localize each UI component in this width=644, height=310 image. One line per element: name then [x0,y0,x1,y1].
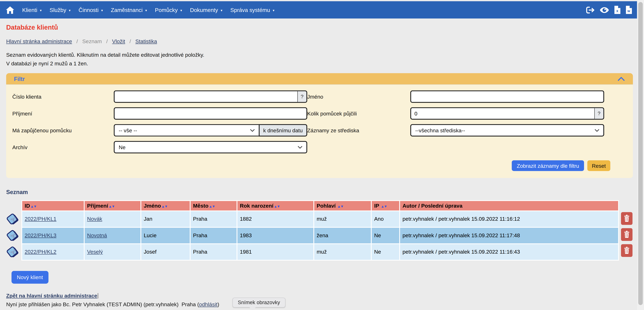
sort-icons[interactable]: ▲▼ [337,204,344,208]
new-client-button[interactable]: Nový klient [12,271,48,283]
intro-line-2: V databázi je nyní 2 mužů a 1 žen. [6,59,633,68]
filter-panel-header[interactable]: Filtr [6,73,633,85]
main-navbar: Klienti ▼ Služby ▼ Činnosti ▼ Zaměstnanc… [0,1,637,19]
nav-item-cinnosti[interactable]: Činnosti ▼ [75,7,107,13]
client-id-link[interactable]: 2022/PH/KL1 [25,216,56,222]
back-to-admin-link[interactable]: Zpět na hlavní stránku administrace [6,292,97,299]
chevron-down-icon: ▼ [220,9,223,12]
delete-row-button[interactable] [621,244,632,257]
client-id-link[interactable]: 2022/PH/KL2 [25,249,56,255]
table-row: 2022/PH/KL1 Novák Jan Praha 1882 muž Ano… [22,211,618,227]
nav-label: Služby [50,7,66,13]
prijmeni-input[interactable] [114,107,307,120]
kolik-pomucek-help-button[interactable]: ? [594,108,603,119]
app-window: Klienti ▼ Služby ▼ Činnosti ▼ Zaměstnanc… [0,0,644,310]
screenshot-tooltip: Snímek obrazovky [232,297,285,307]
sort-icons[interactable]: ▲▼ [108,204,115,208]
breadcrumb-separator: / [130,38,131,45]
breadcrumb-separator: / [106,38,108,45]
word-file-icon[interactable]: w [626,6,632,14]
sort-icons[interactable]: ▲▼ [274,204,280,208]
navbar-actions: x w [586,6,632,14]
tooltip-tail [249,307,256,310]
nav-label: Správa systému [230,7,270,13]
breadcrumb-link-vlozit[interactable]: Vložit [112,38,125,45]
sort-icons[interactable]: ▲▼ [381,204,387,208]
open-detail-button[interactable]: ☜ [6,212,19,225]
excel-file-icon[interactable]: x [614,6,621,14]
sort-icons[interactable]: ▲▼ [209,204,215,208]
archiv-selected-value: Ne [119,144,126,150]
vertical-scrollbar[interactable] [637,0,644,310]
cell-ip: Ne [372,228,399,243]
client-surname-link[interactable]: Novotná [87,232,107,238]
column-header-id[interactable]: ID▲▼ [22,201,84,210]
jmeno-input[interactable] [410,90,604,103]
chevron-down-icon: ▼ [145,9,148,12]
prijmeni-label: Příjmení [12,110,114,117]
cell-autor: petr.vyhnalek / petr.vyhnalek 15.09.2022… [400,211,618,227]
breadcrumb: Hlavní stránka administrace / Seznam / V… [6,38,633,45]
delete-row-button[interactable] [621,228,632,241]
cell-jmeno: Jan [141,211,190,227]
window-top-strip [0,0,644,1]
archiv-select[interactable]: Ne [114,141,307,153]
sort-icons[interactable]: ▲▼ [161,204,168,208]
column-header-ip[interactable]: IP▲▼ [372,201,399,210]
trash-icon [624,247,630,254]
column-header-mesto[interactable]: Město▲▼ [190,201,236,210]
table-row: 2022/PH/KL3 Novotná Lucie Praha 1983 žen… [22,228,618,243]
eye-icon[interactable] [600,7,609,13]
delete-buttons-column [621,200,632,257]
apply-filter-button[interactable]: Zobrazit záznamy dle filtru [512,160,584,171]
k-dnesnimu-datu-button[interactable]: k dnešnímu datu [259,124,307,136]
session-validity: [Platnost přihlášení na této stránce je … [6,309,633,310]
cell-autor: petr.vyhnalek / petr.vyhnalek 15.09.2022… [400,244,618,260]
reset-filter-button[interactable]: Reset [587,160,610,171]
stredisko-selected-value: --všechna střediska-- [415,127,465,133]
ma-pomucku-selected-value: -- vše -- [119,127,137,133]
open-detail-button[interactable]: ☜ [6,245,19,258]
column-header-jmeno[interactable]: Jméno▲▼ [141,201,190,210]
nav-item-zamestnanci[interactable]: Zaměstnanci ▼ [107,7,151,13]
nav-label: Pomůcky [155,7,178,13]
stredisko-select[interactable]: --všechna střediska-- [410,124,604,136]
scrollbar-thumb[interactable] [638,2,643,305]
intro-text: Seznam evidovaných klientů. Kliknutím na… [6,51,633,68]
cislo-klienta-label: Číslo klienta [12,94,114,100]
nav-item-sprava-systemu[interactable]: Správa systému ▼ [227,7,279,13]
svg-text:x: x [616,9,618,13]
cislo-klienta-input[interactable] [114,90,307,103]
nav-item-dokumenty[interactable]: Dokumenty ▼ [186,7,227,13]
nav-item-pomucky[interactable]: Pomůcky ▼ [151,7,186,13]
logout-link[interactable]: odhlásit [199,301,218,307]
nav-item-sluzby[interactable]: Služby ▼ [46,7,75,13]
column-header-prijmeni[interactable]: Příjmení▲▼ [85,201,140,210]
column-header-rok[interactable]: Rok narození▲▼ [237,201,313,210]
home-button[interactable] [6,6,14,14]
breadcrumb-link-statistika[interactable]: Statistika [135,38,157,45]
client-id-link[interactable]: 2022/PH/KL3 [25,232,56,238]
sort-icons[interactable]: ▲▼ [30,204,36,208]
cell-rok: 1882 [237,211,313,227]
column-header-pohlavi[interactable]: Pohlaví▲▼ [314,201,371,210]
filter-title: Filtr [14,76,25,82]
kolik-pomucek-input[interactable] [410,107,604,120]
delete-row-button[interactable] [621,212,632,225]
cell-jmeno: Lucie [141,228,190,243]
client-surname-link[interactable]: Novák [87,216,102,222]
nav-label: Zaměstnanci [111,7,142,13]
page-title: Databáze klientů [6,24,633,31]
nav-item-klienti[interactable]: Klienti ▼ [18,7,46,13]
breadcrumb-link-admin-home[interactable]: Hlavní stránka administrace [6,38,72,45]
cislo-klienta-help-button[interactable]: ? [297,91,306,102]
trash-icon [624,231,630,238]
table-row: 2022/PH/KL2 Veselý Josef Praha 1981 muž … [22,244,618,260]
client-surname-link[interactable]: Veselý [87,249,103,255]
filter-panel: Filtr Číslo klienta ? Jméno [6,73,633,178]
ma-pomucku-select[interactable]: -- vše -- [114,124,259,136]
logout-icon[interactable] [586,6,595,13]
open-detail-button[interactable]: ☜ [6,229,19,242]
collapse-chevron-up-icon[interactable] [618,77,625,81]
cell-pohlavi: muž [314,244,371,260]
